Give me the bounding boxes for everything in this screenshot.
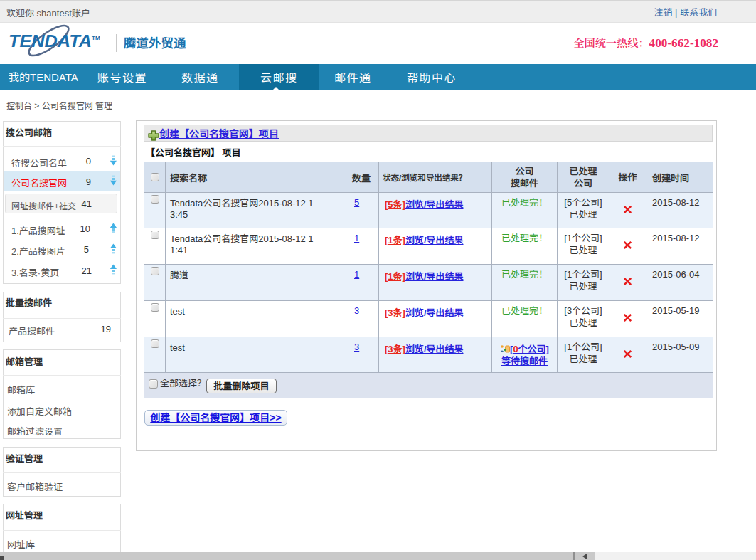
svg-text:TM: TM <box>92 35 100 41</box>
svg-text:TENDATA: TENDATA <box>9 32 92 51</box>
